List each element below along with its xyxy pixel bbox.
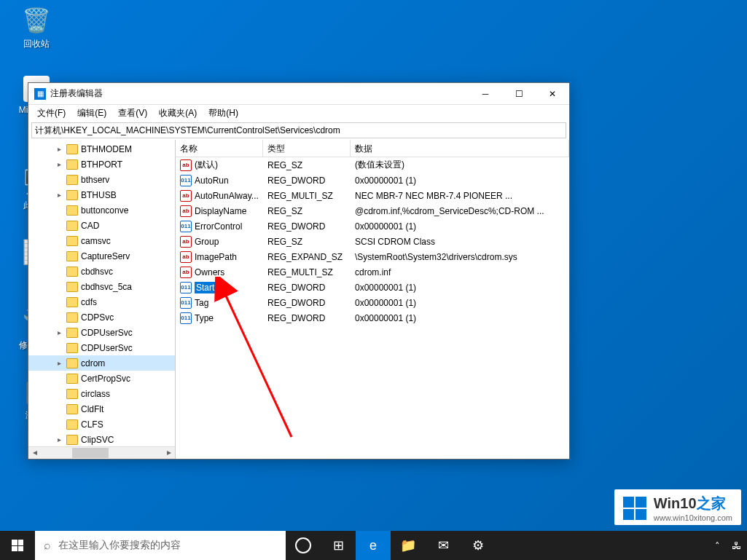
value-name: Tag <box>195 298 208 308</box>
windows-logo-icon <box>623 497 646 520</box>
tree-expand-icon[interactable]: ▸ <box>58 160 66 168</box>
tree-item-label: CDPSvc <box>81 312 114 323</box>
folder-icon <box>66 358 78 368</box>
tree-item-bthmodem[interactable]: ▸BTHMODEM <box>28 141 175 157</box>
menu-view[interactable]: 查看(V) <box>112 106 153 121</box>
tree-item-bthusb[interactable]: ▸BTHUSB <box>28 187 175 202</box>
search-placeholder: 在这里输入你要搜索的内容 <box>58 539 181 552</box>
tree-item-bthport[interactable]: ▸BTHPORT <box>28 157 175 172</box>
tree-item-cdrom[interactable]: ▸cdrom <box>28 355 175 371</box>
value-row[interactable]: abImagePathREG_EXPAND_SZ\SystemRoot\Syst… <box>176 249 569 264</box>
windows-logo-icon <box>12 540 23 551</box>
tree-item-captureserv[interactable]: CaptureServ <box>28 248 175 264</box>
taskbar-app[interactable]: ⚙ <box>461 531 496 560</box>
tree-item-camsvc[interactable]: camsvc <box>28 233 175 248</box>
tree-item-clipsvc[interactable]: ▸ClipSVC <box>28 432 175 447</box>
reg-dw-icon: 011 <box>180 221 192 232</box>
folder-icon <box>66 389 78 399</box>
tree-item-cbdhsvc_5ca[interactable]: cbdhsvc_5ca <box>28 279 175 294</box>
taskbar-search[interactable]: ⌕ 在这里输入你要搜索的内容 <box>35 531 286 560</box>
tree-item-circlass[interactable]: circlass <box>28 386 175 401</box>
scrollbar-thumb[interactable] <box>72 448 109 458</box>
value-row[interactable]: 011AutoRunREG_DWORD0x00000001 (1) <box>176 173 569 188</box>
close-button[interactable]: ✕ <box>536 83 569 105</box>
minimize-button[interactable]: ─ <box>469 83 502 105</box>
tree-item-cdfs[interactable]: cdfs <box>28 294 175 309</box>
reg-sz-icon: ab <box>180 251 192 263</box>
address-bar[interactable]: 计算机\HKEY_LOCAL_MACHINE\SYSTEM\CurrentCon… <box>31 122 566 138</box>
value-row[interactable]: abDisplayNameREG_SZ@cdrom.inf,%cdrom_Ser… <box>176 203 569 218</box>
tree-item-label: CLFS <box>81 419 103 430</box>
value-row[interactable]: abAutoRunAlway...REG_MULTI_SZNEC MBR-7 N… <box>176 188 569 203</box>
maximize-button[interactable]: ☐ <box>502 83 536 105</box>
menu-edit[interactable]: 编辑(E) <box>71 106 112 121</box>
value-name: ImagePath <box>195 252 237 262</box>
reg-dw-icon: 011 <box>180 175 192 186</box>
tree-horizontal-scrollbar[interactable]: ◂ ▸ <box>28 446 175 459</box>
cortana-button[interactable] <box>286 531 321 560</box>
value-type: REG_DWORD <box>263 176 351 186</box>
menu-help[interactable]: 帮助(H) <box>203 106 244 121</box>
value-row[interactable]: 011TypeREG_DWORD0x00000001 (1) <box>176 310 569 326</box>
folder-icon <box>66 404 78 414</box>
tree-expand-icon[interactable]: ▸ <box>58 145 66 153</box>
column-name[interactable]: 名称 <box>176 140 263 157</box>
value-row[interactable]: 011TagREG_DWORD0x00000001 (1) <box>176 295 569 310</box>
column-data[interactable]: 数据 <box>351 140 569 157</box>
value-row[interactable]: abOwnersREG_MULTI_SZcdrom.inf <box>176 264 569 280</box>
value-row[interactable]: 011ErrorControlREG_DWORD0x00000001 (1) <box>176 218 569 234</box>
watermark-brand: Win10 <box>654 495 697 511</box>
value-type: REG_DWORD <box>263 298 351 308</box>
value-data: 0x00000001 (1) <box>351 221 569 232</box>
tree-expand-icon[interactable]: ▸ <box>58 328 66 336</box>
tree-item-cad[interactable]: CAD <box>28 218 175 233</box>
tree-item-cdpusersvc[interactable]: CDPUserSvc <box>28 340 175 355</box>
tree-item-cdpusersvc[interactable]: ▸CDPUserSvc <box>28 325 175 340</box>
folder-icon <box>66 282 78 292</box>
desktop-icon-recycle-bin[interactable]: 🗑️ 回收站 <box>9 6 64 50</box>
folder-icon <box>66 312 78 323</box>
value-type: REG_MULTI_SZ <box>263 191 351 201</box>
tree-item-clfs[interactable]: CLFS <box>28 417 175 432</box>
tree-expand-icon[interactable]: ▸ <box>58 435 66 443</box>
value-data: NEC MBR-7 NEC MBR-7.4 PIONEER ... <box>351 191 569 201</box>
titlebar[interactable]: ▦ 注册表编辑器 ─ ☐ ✕ <box>28 83 569 105</box>
tree-item-label: camsvc <box>81 236 111 246</box>
tree-item-cdpsvc[interactable]: CDPSvc <box>28 309 175 325</box>
value-row[interactable]: ab(默认)REG_SZ(数值未设置) <box>176 157 569 173</box>
value-type: REG_SZ <box>263 237 351 247</box>
taskbar-mail[interactable]: ✉ <box>426 531 461 560</box>
taskbar-explorer[interactable]: 📁 <box>391 531 426 560</box>
value-type: REG_DWORD <box>263 313 351 323</box>
value-data: 0x00000001 (1) <box>351 298 569 308</box>
tree-item-label: BTHUSB <box>81 190 117 200</box>
tree-item-bthserv[interactable]: bthserv <box>28 172 175 187</box>
tray-network-icon[interactable]: 🖧 <box>726 531 747 560</box>
tree-item-cldflt[interactable]: CldFlt <box>28 401 175 417</box>
tree-expand-icon[interactable]: ▸ <box>58 359 66 367</box>
tree-panel[interactable]: ▸BTHMODEM▸BTHPORTbthserv▸BTHUSBbuttoncon… <box>28 140 176 459</box>
folder-icon <box>66 205 78 216</box>
watermark-suffix: 之家 <box>697 495 726 511</box>
reg-sz-icon: ab <box>180 190 192 202</box>
menu-favorites[interactable]: 收藏夹(A) <box>153 106 203 121</box>
task-view-button[interactable]: ⊞ <box>321 531 356 560</box>
tray-expand[interactable]: ˄ <box>709 531 726 560</box>
tree-expand-icon[interactable]: ▸ <box>58 191 66 199</box>
tree-item-cbdhsvc[interactable]: cbdhsvc <box>28 264 175 279</box>
tree-item-certpropsvc[interactable]: CertPropSvc <box>28 371 175 386</box>
value-type: REG_DWORD <box>263 283 351 293</box>
value-data: @cdrom.inf,%cdrom_ServiceDesc%;CD-ROM ..… <box>351 206 569 216</box>
taskbar-edge[interactable]: e <box>356 531 391 560</box>
column-type[interactable]: 类型 <box>263 140 351 157</box>
menu-file[interactable]: 文件(F) <box>31 106 71 121</box>
folder-icon <box>66 251 78 261</box>
taskbar: ⌕ 在这里输入你要搜索的内容 ⊞ e 📁 ✉ ⚙ ˄ 🖧 <box>0 531 747 560</box>
value-row[interactable]: abGroupREG_SZSCSI CDROM Class <box>176 234 569 249</box>
tree-item-buttonconve[interactable]: buttonconve <box>28 202 175 218</box>
value-row[interactable]: 011StartREG_DWORD0x00000001 (1) <box>176 280 569 295</box>
value-type: REG_DWORD <box>263 221 351 232</box>
start-button[interactable] <box>0 531 35 560</box>
value-name: DisplayName <box>195 206 246 216</box>
folder-icon <box>66 435 78 445</box>
